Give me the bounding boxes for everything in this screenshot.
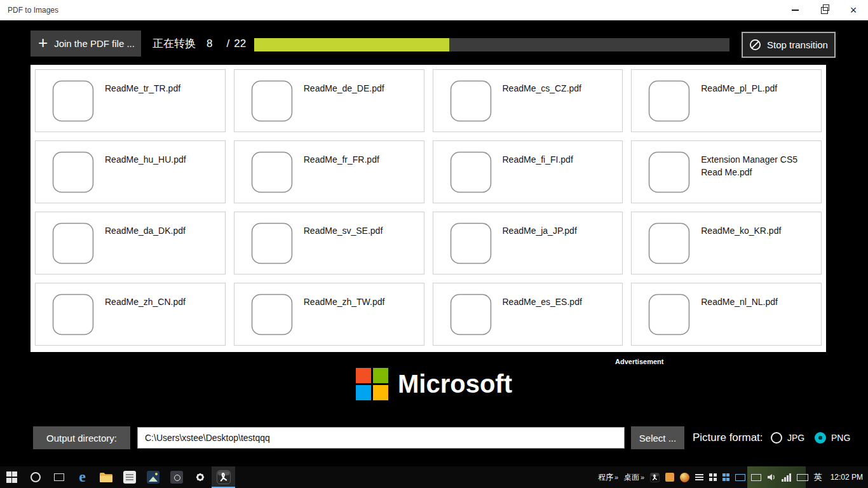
stop-transition-button[interactable]: Stop transition [742,32,836,58]
tray-network-bars-icon[interactable] [782,473,791,482]
tray-pdf-icon[interactable] [650,473,660,482]
file-card[interactable]: ReadMe_da_DK.pdf [35,212,226,274]
minimize-icon [792,10,799,11]
acrobat-app-button[interactable] [212,466,235,488]
file-card[interactable]: ReadMe_fr_FR.pdf [234,140,424,203]
output-path-input[interactable] [137,427,625,449]
document-app-icon [123,471,136,484]
select-directory-button[interactable]: Select ... [631,426,684,449]
ime-language-indicator[interactable]: 英 [814,471,822,483]
file-card[interactable]: ReadMe_fi_FI.pdf [433,140,623,203]
microsoft-logo-icon [356,368,388,400]
photos-app-button[interactable] [141,466,165,488]
chevron-icon[interactable]: » [614,473,618,481]
file-card[interactable]: ReadMe_tr_TR.pdf [35,69,226,132]
tray-keyboard-icon[interactable] [797,474,808,481]
radio-png-label: PNG [831,433,850,443]
microsoft-ad[interactable]: Microsoft [0,368,868,400]
file-card[interactable]: ReadMe_ko_KR.pdf [631,212,822,274]
progress-separator: / [226,37,229,50]
pdf-file-icon [251,294,293,336]
file-card[interactable]: ReadMe_zh_TW.pdf [234,283,424,346]
radio-jpg-icon[interactable] [771,432,782,444]
file-name: ReadMe_fr_FR.pdf [304,153,383,203]
tray-toolbar-programs[interactable]: 程序 » [598,472,618,483]
file-card[interactable]: ReadMe_cs_CZ.pdf [433,69,623,132]
file-name: ReadMe_da_DK.pdf [105,224,189,274]
document-app-button[interactable] [118,466,141,488]
tray-monitor-blue-icon[interactable] [735,474,745,481]
file-explorer-button[interactable] [94,466,118,488]
start-button[interactable] [0,466,24,488]
pdf-file-icon [52,151,94,193]
ms-square-1 [356,368,371,383]
tray-ball-app-icon[interactable] [680,473,689,482]
pdf-file-icon [648,222,690,264]
file-card[interactable]: Extension Manager CS5 Read Me.pdf [631,140,822,203]
media-app-button[interactable] [165,466,188,488]
file-card[interactable]: ReadMe_pl_PL.pdf [631,69,822,132]
file-name: ReadMe_es_ES.pdf [503,295,586,345]
task-view-button[interactable] [47,466,71,488]
close-button[interactable]: × [839,0,868,20]
pdf-file-icon [251,151,293,193]
file-name: ReadMe_cs_CZ.pdf [503,82,586,132]
settings-button[interactable] [188,466,212,488]
acrobat-icon [217,470,231,484]
file-card[interactable]: ReadMe_ja_JP.pdf [433,212,623,274]
tray-grid-icon[interactable] [709,473,717,481]
radio-jpg-label: JPG [787,433,804,443]
file-name: ReadMe_hu_HU.pdf [105,153,190,203]
window-titlebar: PDF to Images × [0,0,868,20]
file-card[interactable]: ReadMe_nl_NL.pdf [631,283,822,346]
file-card[interactable]: ReadMe_sv_SE.pdf [234,212,424,274]
ms-square-2 [373,368,388,383]
file-card[interactable]: ReadMe_zh_CN.pdf [35,283,226,346]
taskbar-tray: 程序 » 桌面 » 英 12:02 PM [598,466,868,488]
tray-toolbar-desktop-label: 桌面 [624,472,639,483]
cortana-button[interactable] [24,466,47,488]
file-card[interactable]: ReadMe_es_ES.pdf [433,283,623,346]
chevron-icon[interactable]: » [641,473,644,481]
tray-speaker-icon[interactable] [767,473,776,482]
tray-clock[interactable]: 12:02 PM [831,473,863,482]
cortana-circle-icon [31,472,41,482]
output-directory-label: Output directory: [33,426,130,449]
progress-fill [254,38,449,51]
file-name: ReadMe_pl_PL.pdf [701,82,781,132]
progress-total: 22 [234,37,246,50]
tray-monitor-icon[interactable] [751,474,761,481]
photos-app-icon [147,471,159,484]
join-pdf-button[interactable]: + Join the PDF file ... [31,30,141,57]
maximize-restore-button[interactable] [810,0,839,20]
window-title: PDF to Images [8,0,58,20]
format-option-png[interactable]: PNG [815,426,850,449]
file-name: ReadMe_sv_SE.pdf [304,224,387,274]
pdf-file-icon [52,222,94,264]
windows-taskbar: e [0,466,868,488]
file-name: ReadMe_zh_CN.pdf [105,295,189,345]
status-text: 正在转换 [153,36,196,51]
prohibition-icon [749,39,761,51]
restore-icon [821,7,828,14]
edge-button[interactable]: e [71,466,94,488]
tray-orange-app-icon[interactable] [665,473,674,482]
format-option-jpg[interactable]: JPG [771,426,804,449]
plus-icon: + [38,34,48,51]
tray-list-icon[interactable] [695,474,703,480]
tray-toolbar-desktop[interactable]: 桌面 » [624,472,644,483]
file-card[interactable]: ReadMe_hu_HU.pdf [35,140,226,203]
radio-png-icon[interactable] [815,432,826,444]
file-name: ReadMe_tr_TR.pdf [105,82,184,132]
conversion-status: 正在转换 8 /22 [153,30,246,57]
pdf-file-icon [450,294,492,336]
stop-transition-label: Stop transition [767,39,828,50]
pdf-file-icon [648,151,690,193]
file-card[interactable]: ReadMe_de_DE.pdf [234,69,424,132]
minimize-button[interactable] [780,0,810,20]
file-name: ReadMe_de_DE.pdf [304,82,388,132]
tray-grid-blue-icon[interactable] [722,473,730,481]
pdf-file-icon [450,80,492,122]
folder-icon [99,472,113,483]
close-icon: × [850,4,857,17]
